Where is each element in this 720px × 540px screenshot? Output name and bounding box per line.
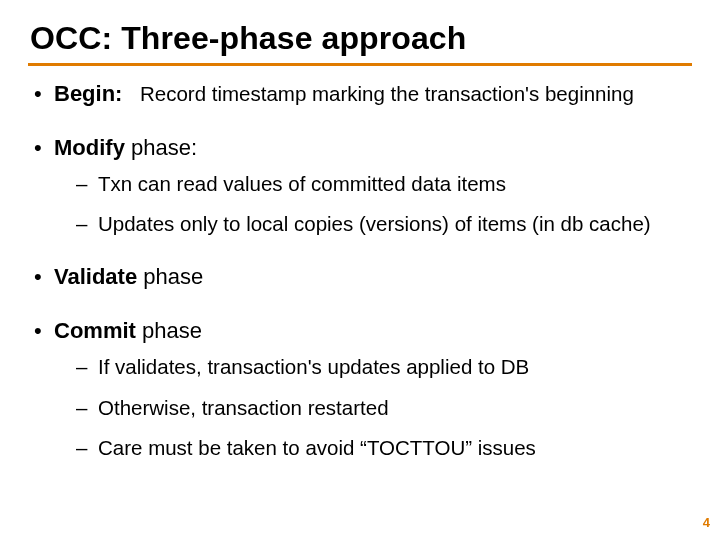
modify-sub-1: Txn can read values of committed data it… (76, 171, 692, 197)
commit-sub-3: Care must be taken to avoid “TOCTTOU” is… (76, 435, 692, 461)
bullet-commit: Commit phase If validates, transaction's… (28, 317, 692, 461)
bullet-begin: Begin: Record timestamp marking the tran… (28, 80, 692, 108)
slide: OCC: Three-phase approach Begin: Record … (0, 0, 720, 540)
modify-sublist: Txn can read values of committed data it… (54, 171, 692, 237)
bullet-commit-rest: phase (136, 318, 202, 343)
bullet-modify-rest: phase: (125, 135, 197, 160)
commit-sub-2: Otherwise, transaction restarted (76, 395, 692, 421)
bullet-validate-rest: phase (137, 264, 203, 289)
modify-sub-2: Updates only to local copies (versions) … (76, 211, 692, 237)
bullet-list: Begin: Record timestamp marking the tran… (28, 80, 692, 461)
bullet-begin-label: Begin: (54, 81, 122, 106)
commit-sublist: If validates, transaction's updates appl… (54, 354, 692, 461)
bullet-commit-label: Commit (54, 318, 136, 343)
bullet-validate-label: Validate (54, 264, 137, 289)
page-number: 4 (703, 515, 710, 530)
bullet-validate: Validate phase (28, 263, 692, 291)
bullet-modify-label: Modify (54, 135, 125, 160)
bullet-begin-desc: Record timestamp marking the transaction… (129, 82, 634, 105)
commit-sub-1: If validates, transaction's updates appl… (76, 354, 692, 380)
bullet-modify: Modify phase: Txn can read values of com… (28, 134, 692, 238)
title-rule (28, 63, 692, 66)
page-title: OCC: Three-phase approach (30, 20, 692, 57)
